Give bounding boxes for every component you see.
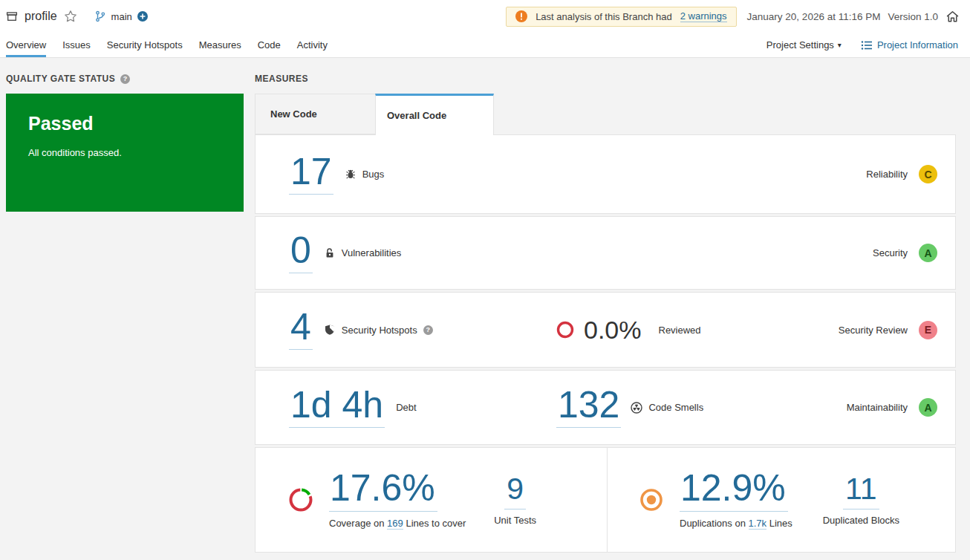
reviewed-gauge-icon: [556, 321, 574, 339]
project-information-label: Project Information: [877, 39, 958, 51]
project-nav: Overview Issues Security Hotspots Measur…: [0, 33, 970, 58]
tab-measures[interactable]: Measures: [199, 33, 241, 57]
version-label: Version 1.0: [888, 11, 938, 22]
overview-main: QUALITY GATE STATUS ? Passed All conditi…: [0, 58, 970, 560]
duplications-caption: Duplications on 1.7k Lines: [680, 518, 792, 529]
warnings-link[interactable]: 2 warnings: [680, 10, 727, 22]
reliability-rating-badge[interactable]: C: [919, 165, 937, 183]
reliability-label: Reliability: [866, 169, 908, 180]
branch-name: main: [111, 11, 132, 22]
coverage-caption: Coverage on 169 Lines to cover: [329, 518, 466, 529]
unit-tests-count-link[interactable]: 9: [504, 474, 526, 509]
favorite-star-icon[interactable]: [64, 10, 77, 23]
bugs-label: Bugs: [362, 169, 385, 180]
chevron-down-icon: ▾: [838, 41, 842, 49]
top-header: profile main: [0, 0, 970, 33]
hotspots-count-link[interactable]: 4: [289, 310, 313, 350]
quality-gate-description: All conditions passed.: [28, 147, 232, 158]
project-name: profile: [25, 10, 57, 23]
reviewed-label: Reviewed: [659, 325, 701, 336]
quality-gate-title-row: QUALITY GATE STATUS ?: [6, 73, 244, 85]
security-review-rating-badge[interactable]: E: [919, 321, 937, 339]
security-label: Security: [873, 247, 908, 258]
warning-text: Last analysis of this Branch had: [536, 11, 672, 22]
maintainability-label: Maintainability: [847, 402, 908, 413]
nav-right: Project Settings ▾ Project Information: [766, 33, 958, 57]
maintainability-row: 1d 4h Debt 132: [255, 370, 956, 445]
quality-gate-status: Passed: [28, 113, 232, 134]
header-right: Last analysis of this Branch had 2 warni…: [506, 7, 960, 27]
code-smells-count-link[interactable]: 132: [556, 388, 621, 428]
project-icon: [6, 10, 18, 22]
list-icon: [861, 39, 873, 51]
quality-gate-status-box: Passed All conditions passed.: [6, 94, 244, 212]
measures-title: MEASURES: [255, 74, 308, 84]
quality-gate-title: QUALITY GATE STATUS: [6, 74, 115, 84]
tab-security-hotspots[interactable]: Security Hotspots: [107, 33, 183, 57]
duplications-caption-before: Duplications on: [680, 518, 746, 529]
maintainability-rating-badge[interactable]: A: [919, 398, 937, 417]
duplications-gauge-icon: [639, 488, 663, 512]
measures-cards: 17: [255, 134, 956, 553]
bug-icon: [345, 169, 357, 180]
security-hotspots-row: 4 Security Hotspots ?: [255, 292, 956, 368]
branch-icon: [94, 10, 106, 22]
lines-to-cover-link[interactable]: 169: [387, 518, 403, 530]
vulnerabilities-label: Vulnerabilities: [342, 247, 401, 258]
debt-link[interactable]: 1d 4h: [289, 388, 385, 428]
duplications-percent-link[interactable]: 12.9%: [680, 471, 788, 512]
hotspots-label: Security Hotspots: [342, 325, 417, 336]
coverage-caption-after: Lines to cover: [406, 518, 466, 529]
tab-activity[interactable]: Activity: [297, 33, 328, 57]
coverage-panel: 17.6% Coverage on 169 Lines to cover 9 U…: [255, 448, 608, 552]
duplicated-lines-link[interactable]: 1.7k: [749, 518, 767, 530]
debt-label: Debt: [396, 402, 416, 413]
security-rating-badge[interactable]: A: [919, 244, 937, 262]
warning-icon: [515, 10, 527, 22]
quality-gate-help-icon[interactable]: ?: [120, 74, 130, 84]
shield-icon: [324, 324, 336, 336]
measures-tabs: New Code Overall Code: [255, 94, 956, 134]
project-group: profile main: [6, 10, 148, 23]
coverage-donut-icon: [289, 488, 313, 512]
measures-title-row: MEASURES: [255, 73, 956, 85]
code-smells-icon: [631, 402, 642, 414]
duplications-panel: 12.9% Duplications on 1.7k Lines 11 Dupl…: [608, 448, 955, 552]
reviewed-percent: 0.0%: [584, 317, 642, 342]
analysis-warning-banner: Last analysis of this Branch had 2 warni…: [506, 7, 736, 27]
coverage-percent-link[interactable]: 17.6%: [329, 471, 437, 512]
project-information-button[interactable]: Project Information: [861, 39, 958, 51]
duplicated-blocks-label: Duplicated Blocks: [823, 515, 899, 526]
hotspots-help-icon[interactable]: ?: [423, 325, 433, 335]
coverage-duplications-row: 17.6% Coverage on 169 Lines to cover 9 U…: [255, 447, 956, 553]
duplications-caption-after: Lines: [769, 518, 792, 529]
nav-tabs: Overview Issues Security Hotspots Measur…: [6, 33, 328, 57]
tab-new-code[interactable]: New Code: [255, 94, 376, 134]
analysis-date: January 20, 2026 at 11:16 PM: [747, 11, 881, 22]
coverage-caption-before: Coverage on: [329, 518, 384, 529]
project-settings-label: Project Settings: [766, 39, 834, 51]
vulnerabilities-row: 0 Vulnerabilities: [255, 216, 956, 290]
security-review-label: Security Review: [839, 325, 908, 336]
measures-section: MEASURES New Code Overall Code 17: [255, 73, 956, 553]
quality-gate-section: QUALITY GATE STATUS ? Passed All conditi…: [6, 73, 244, 553]
code-smells-label: Code Smells: [648, 402, 703, 413]
tab-issues[interactable]: Issues: [62, 33, 91, 57]
bugs-row: 17: [255, 134, 956, 214]
open-lock-icon: [324, 247, 336, 259]
unit-tests-label: Unit Tests: [494, 515, 536, 526]
duplicated-blocks-count-link[interactable]: 11: [843, 474, 879, 509]
home-icon[interactable]: [945, 10, 960, 24]
tab-overview[interactable]: Overview: [6, 33, 46, 57]
project-settings-dropdown[interactable]: Project Settings ▾: [766, 39, 842, 51]
tab-code[interactable]: Code: [258, 33, 281, 57]
add-branch-icon[interactable]: [137, 11, 148, 22]
tab-overall-code[interactable]: Overall Code: [375, 94, 494, 135]
vulnerabilities-count-link[interactable]: 0: [289, 233, 313, 273]
branch-selector[interactable]: main: [94, 10, 148, 22]
bugs-count-link[interactable]: 17: [289, 154, 333, 195]
